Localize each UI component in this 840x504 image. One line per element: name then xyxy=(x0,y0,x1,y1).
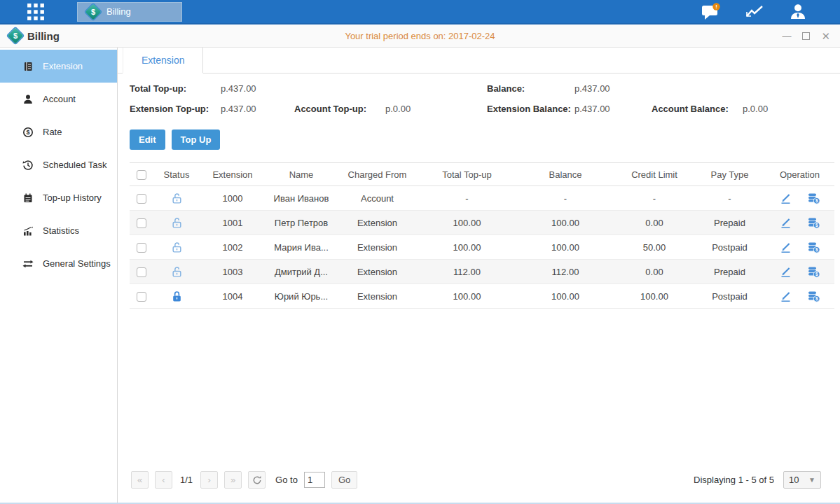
row-checkbox[interactable] xyxy=(137,267,146,277)
row-checkbox[interactable] xyxy=(137,194,146,204)
col-status: Status xyxy=(153,163,200,186)
sidebar-item-statistics[interactable]: Statistics xyxy=(0,214,117,247)
cell-name: Петр Петров xyxy=(266,211,337,235)
transfer-arrows-icon xyxy=(22,258,34,270)
goto-page-input[interactable] xyxy=(304,472,325,488)
last-page-button[interactable]: » xyxy=(224,471,242,489)
statistics-chart-icon[interactable] xyxy=(745,3,764,21)
select-all-checkbox[interactable] xyxy=(137,170,146,180)
first-page-button[interactable]: « xyxy=(131,471,149,489)
cell-balance: 100.00 xyxy=(516,235,614,260)
cell-pay-type: Prepaid xyxy=(694,260,765,284)
app-tab-billing[interactable]: Billing xyxy=(77,2,182,22)
edit-row-icon[interactable] xyxy=(779,290,792,302)
edit-row-icon[interactable] xyxy=(779,217,792,229)
cell-charged-from: Extension xyxy=(337,260,418,284)
topup-row-icon[interactable] xyxy=(807,192,820,204)
sidebar-item-topup-history[interactable]: Top-up History xyxy=(0,181,117,214)
svg-text:$: $ xyxy=(26,129,29,136)
cell-balance: 100.00 xyxy=(516,284,614,309)
cell-extension: 1001 xyxy=(200,211,266,235)
apps-grid-icon[interactable] xyxy=(27,3,45,21)
sidebar-item-label: Top-up History xyxy=(43,192,102,203)
cell-credit-limit: 50.00 xyxy=(614,235,694,260)
cell-credit-limit: - xyxy=(614,186,694,211)
sidebar-item-label: Statistics xyxy=(43,225,79,236)
sidebar-item-general-settings[interactable]: General Settings xyxy=(0,247,117,280)
unlocked-icon xyxy=(171,192,183,204)
refresh-icon xyxy=(252,475,262,485)
minimize-icon[interactable]: — xyxy=(782,31,791,41)
cell-pay-type: Prepaid xyxy=(694,211,765,235)
edit-row-icon[interactable] xyxy=(779,241,792,253)
close-icon[interactable]: ✕ xyxy=(821,31,830,41)
unlocked-icon xyxy=(171,266,183,278)
col-pay-type: Pay Type xyxy=(694,163,765,186)
sidebar-item-extension[interactable]: Extension xyxy=(0,50,117,83)
toolbar: Edit Top Up xyxy=(130,130,831,150)
sidebar-item-label: Extension xyxy=(43,61,83,71)
sidebar-item-label: Rate xyxy=(43,127,62,137)
edit-row-icon[interactable] xyxy=(779,192,792,204)
cell-extension: 1002 xyxy=(200,235,266,260)
billing-dollar-icon xyxy=(86,5,100,19)
goto-label: Go to xyxy=(275,475,298,485)
table-row[interactable]: 1004 Юрий Юрь... Extension 100.00 100.00… xyxy=(130,284,834,309)
table-row[interactable]: 1002 Мария Ива... Extension 100.00 100.0… xyxy=(130,235,834,260)
cell-pay-type: Postpaid xyxy=(694,284,765,309)
cell-total-topup: - xyxy=(418,186,516,211)
user-account-icon[interactable] xyxy=(788,3,808,21)
topup-row-icon[interactable] xyxy=(807,217,820,229)
coin-dollar-icon: $ xyxy=(22,126,34,138)
sidebar-item-scheduled-task[interactable]: Scheduled Task xyxy=(0,148,117,181)
table-row[interactable]: 1000 Иван Иванов Account - - - - xyxy=(130,186,834,211)
tab-extension[interactable]: Extension xyxy=(123,48,203,74)
cell-charged-from: Extension xyxy=(337,211,418,235)
cell-balance: 112.00 xyxy=(516,260,614,284)
maximize-icon[interactable] xyxy=(802,32,810,40)
topup-row-icon[interactable] xyxy=(807,266,820,278)
account-topup-value: p.0.00 xyxy=(385,104,487,114)
balance-value: p.437.00 xyxy=(574,83,652,94)
table-row[interactable]: 1001 Петр Петров Extension 100.00 100.00… xyxy=(130,211,834,235)
cell-pay-type: - xyxy=(694,186,765,211)
edit-row-icon[interactable] xyxy=(779,266,792,278)
table-row[interactable]: 1003 Дмитрий Д... Extension 112.00 112.0… xyxy=(130,260,834,284)
unlocked-icon xyxy=(171,241,183,253)
row-checkbox[interactable] xyxy=(137,218,146,228)
cell-charged-from: Extension xyxy=(337,235,418,260)
extension-topup-label: Extension Top-up: xyxy=(130,104,221,114)
extension-topup-value: p.437.00 xyxy=(221,104,294,114)
cell-credit-limit: 0.00 xyxy=(614,211,694,235)
topup-row-icon[interactable] xyxy=(807,241,820,253)
col-total-topup: Total Top-up xyxy=(418,163,516,186)
previous-page-button[interactable]: ‹ xyxy=(155,471,172,489)
refresh-button[interactable] xyxy=(248,471,266,489)
cell-total-topup: 100.00 xyxy=(418,235,516,260)
sidebar-item-rate[interactable]: $ Rate xyxy=(0,115,117,148)
trial-notice: Your trial period ends on: 2017-02-24 xyxy=(0,31,840,41)
app-bar: Billing ! xyxy=(0,0,840,24)
sidebar-item-label: Scheduled Task xyxy=(43,160,107,170)
sidebar-item-label: Account xyxy=(43,94,76,104)
col-balance: Balance xyxy=(516,163,614,186)
next-page-button[interactable]: › xyxy=(200,471,218,489)
cell-extension: 1000 xyxy=(200,186,266,211)
table-header-row: Status Extension Name Charged From Total… xyxy=(130,163,834,186)
cell-extension: 1003 xyxy=(200,260,266,284)
cell-credit-limit: 0.00 xyxy=(614,260,694,284)
topup-button[interactable]: Top Up xyxy=(172,130,221,150)
col-operation: Operation xyxy=(765,163,834,186)
messages-icon[interactable]: ! xyxy=(701,3,721,21)
row-checkbox[interactable] xyxy=(137,292,146,302)
go-button[interactable]: Go xyxy=(331,471,357,489)
row-checkbox[interactable] xyxy=(137,243,146,253)
cell-name: Иван Иванов xyxy=(266,186,337,211)
edit-button[interactable]: Edit xyxy=(130,130,165,150)
billing-dollar-icon xyxy=(8,29,22,43)
sidebar-item-account[interactable]: Account xyxy=(0,83,117,115)
cell-credit-limit: 100.00 xyxy=(614,284,694,309)
topup-row-icon[interactable] xyxy=(807,290,820,302)
account-balance-label: Account Balance: xyxy=(652,104,743,114)
page-size-select[interactable]: 10 ▼ xyxy=(783,471,821,489)
